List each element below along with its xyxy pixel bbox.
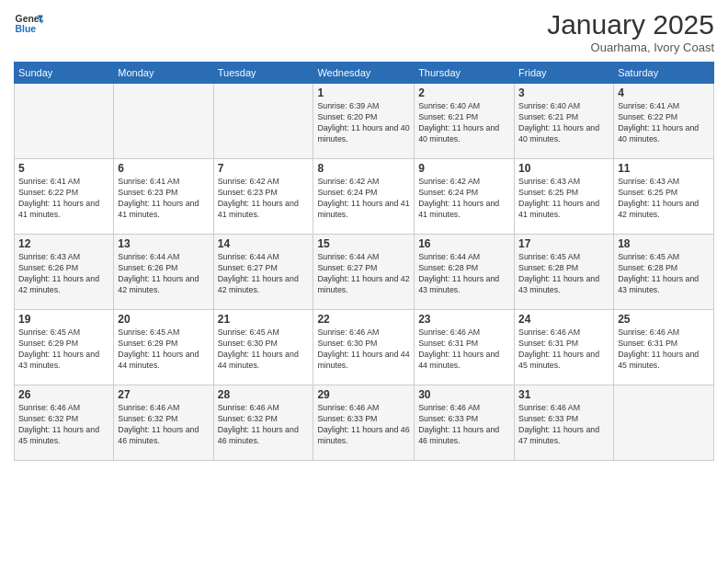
day-info: Sunrise: 6:42 AM Sunset: 6:24 PM Dayligh… xyxy=(317,177,410,221)
day-number: 6 xyxy=(118,162,209,175)
day-info: Sunrise: 6:44 AM Sunset: 6:27 PM Dayligh… xyxy=(218,252,310,296)
calendar-cell: 26Sunrise: 6:46 AM Sunset: 6:32 PM Dayli… xyxy=(15,385,114,461)
day-number: 20 xyxy=(118,313,209,326)
day-number: 26 xyxy=(18,388,109,401)
day-info: Sunrise: 6:41 AM Sunset: 6:22 PM Dayligh… xyxy=(618,101,710,145)
day-info: Sunrise: 6:40 AM Sunset: 6:21 PM Dayligh… xyxy=(518,101,609,145)
day-info: Sunrise: 6:46 AM Sunset: 6:33 PM Dayligh… xyxy=(418,403,510,447)
day-info: Sunrise: 6:43 AM Sunset: 6:25 PM Dayligh… xyxy=(518,177,609,221)
calendar-week-row: 5Sunrise: 6:41 AM Sunset: 6:22 PM Daylig… xyxy=(15,159,714,235)
day-info: Sunrise: 6:43 AM Sunset: 6:26 PM Dayligh… xyxy=(18,252,109,296)
day-number: 2 xyxy=(418,86,510,99)
calendar-cell: 9Sunrise: 6:42 AM Sunset: 6:24 PM Daylig… xyxy=(415,159,515,235)
calendar-cell xyxy=(614,385,714,461)
day-info: Sunrise: 6:46 AM Sunset: 6:32 PM Dayligh… xyxy=(218,403,310,447)
day-info: Sunrise: 6:44 AM Sunset: 6:27 PM Dayligh… xyxy=(317,252,410,296)
calendar-cell: 10Sunrise: 6:43 AM Sunset: 6:25 PM Dayli… xyxy=(515,159,614,235)
day-info: Sunrise: 6:46 AM Sunset: 6:31 PM Dayligh… xyxy=(518,327,609,372)
month-title: January 2025 xyxy=(547,9,714,40)
day-number: 25 xyxy=(618,313,710,326)
day-number: 11 xyxy=(618,162,710,175)
day-info: Sunrise: 6:46 AM Sunset: 6:33 PM Dayligh… xyxy=(317,403,410,447)
day-number: 29 xyxy=(317,388,410,401)
location: Ouarhama, Ivory Coast xyxy=(547,40,714,54)
calendar-cell: 20Sunrise: 6:45 AM Sunset: 6:29 PM Dayli… xyxy=(114,310,213,385)
day-info: Sunrise: 6:39 AM Sunset: 6:20 PM Dayligh… xyxy=(317,101,410,145)
calendar-cell: 25Sunrise: 6:46 AM Sunset: 6:31 PM Dayli… xyxy=(614,310,714,385)
calendar-cell: 1Sunrise: 6:39 AM Sunset: 6:20 PM Daylig… xyxy=(313,84,415,159)
col-tuesday: Tuesday xyxy=(213,63,313,84)
svg-text:Blue: Blue xyxy=(16,24,37,34)
calendar-cell: 18Sunrise: 6:45 AM Sunset: 6:28 PM Dayli… xyxy=(614,235,714,310)
calendar-cell: 30Sunrise: 6:46 AM Sunset: 6:33 PM Dayli… xyxy=(415,385,515,461)
calendar-header-row: Sunday Monday Tuesday Wednesday Thursday… xyxy=(15,63,714,84)
day-number: 22 xyxy=(317,313,410,326)
col-monday: Monday xyxy=(114,63,213,84)
day-info: Sunrise: 6:46 AM Sunset: 6:31 PM Dayligh… xyxy=(418,327,510,372)
day-info: Sunrise: 6:44 AM Sunset: 6:28 PM Dayligh… xyxy=(418,252,510,296)
day-info: Sunrise: 6:46 AM Sunset: 6:32 PM Dayligh… xyxy=(118,403,209,447)
col-friday: Friday xyxy=(515,63,614,84)
header: General Blue January 2025 Ouarhama, Ivor… xyxy=(14,9,714,54)
calendar-cell: 16Sunrise: 6:44 AM Sunset: 6:28 PM Dayli… xyxy=(415,235,515,310)
day-info: Sunrise: 6:45 AM Sunset: 6:28 PM Dayligh… xyxy=(518,252,609,296)
day-number: 18 xyxy=(618,237,710,250)
calendar-cell: 31Sunrise: 6:46 AM Sunset: 6:33 PM Dayli… xyxy=(515,385,614,461)
day-info: Sunrise: 6:45 AM Sunset: 6:29 PM Dayligh… xyxy=(18,327,109,372)
day-number: 30 xyxy=(418,388,510,401)
page: General Blue January 2025 Ouarhama, Ivor… xyxy=(0,0,728,563)
day-info: Sunrise: 6:40 AM Sunset: 6:21 PM Dayligh… xyxy=(418,101,510,145)
day-info: Sunrise: 6:46 AM Sunset: 6:32 PM Dayligh… xyxy=(18,403,109,447)
logo-icon: General Blue xyxy=(14,9,43,39)
calendar-cell: 19Sunrise: 6:45 AM Sunset: 6:29 PM Dayli… xyxy=(15,310,114,385)
calendar-cell: 23Sunrise: 6:46 AM Sunset: 6:31 PM Dayli… xyxy=(415,310,515,385)
calendar-cell: 22Sunrise: 6:46 AM Sunset: 6:30 PM Dayli… xyxy=(313,310,415,385)
calendar-cell: 2Sunrise: 6:40 AM Sunset: 6:21 PM Daylig… xyxy=(415,84,515,159)
calendar-cell: 17Sunrise: 6:45 AM Sunset: 6:28 PM Dayli… xyxy=(515,235,614,310)
col-sunday: Sunday xyxy=(15,63,114,84)
day-number: 10 xyxy=(518,162,609,175)
day-number: 27 xyxy=(118,388,209,401)
calendar-cell xyxy=(213,84,313,159)
day-number: 15 xyxy=(317,237,410,250)
calendar-cell: 3Sunrise: 6:40 AM Sunset: 6:21 PM Daylig… xyxy=(515,84,614,159)
day-number: 4 xyxy=(618,86,710,99)
day-number: 19 xyxy=(18,313,109,326)
col-saturday: Saturday xyxy=(614,63,714,84)
calendar-cell: 8Sunrise: 6:42 AM Sunset: 6:24 PM Daylig… xyxy=(313,159,415,235)
calendar-cell: 24Sunrise: 6:46 AM Sunset: 6:31 PM Dayli… xyxy=(515,310,614,385)
day-number: 24 xyxy=(518,313,609,326)
day-number: 3 xyxy=(518,86,609,99)
calendar-week-row: 1Sunrise: 6:39 AM Sunset: 6:20 PM Daylig… xyxy=(15,84,714,159)
day-number: 14 xyxy=(218,237,310,250)
calendar-cell: 29Sunrise: 6:46 AM Sunset: 6:33 PM Dayli… xyxy=(313,385,415,461)
day-number: 16 xyxy=(418,237,510,250)
day-info: Sunrise: 6:41 AM Sunset: 6:22 PM Dayligh… xyxy=(18,177,109,221)
day-info: Sunrise: 6:45 AM Sunset: 6:28 PM Dayligh… xyxy=(618,252,710,296)
day-number: 1 xyxy=(317,86,410,99)
logo: General Blue xyxy=(14,9,43,39)
calendar-cell: 13Sunrise: 6:44 AM Sunset: 6:26 PM Dayli… xyxy=(114,235,213,310)
calendar-week-row: 26Sunrise: 6:46 AM Sunset: 6:32 PM Dayli… xyxy=(15,385,714,461)
day-number: 5 xyxy=(18,162,109,175)
day-number: 12 xyxy=(18,237,109,250)
calendar-cell: 11Sunrise: 6:43 AM Sunset: 6:25 PM Dayli… xyxy=(614,159,714,235)
day-info: Sunrise: 6:46 AM Sunset: 6:33 PM Dayligh… xyxy=(518,403,609,447)
calendar-week-row: 19Sunrise: 6:45 AM Sunset: 6:29 PM Dayli… xyxy=(15,310,714,385)
calendar-table: Sunday Monday Tuesday Wednesday Thursday… xyxy=(14,62,714,461)
calendar-week-row: 12Sunrise: 6:43 AM Sunset: 6:26 PM Dayli… xyxy=(15,235,714,310)
col-wednesday: Wednesday xyxy=(313,63,415,84)
day-info: Sunrise: 6:45 AM Sunset: 6:30 PM Dayligh… xyxy=(218,327,310,372)
day-number: 13 xyxy=(118,237,209,250)
col-thursday: Thursday xyxy=(415,63,515,84)
day-info: Sunrise: 6:44 AM Sunset: 6:26 PM Dayligh… xyxy=(118,252,209,296)
day-info: Sunrise: 6:46 AM Sunset: 6:31 PM Dayligh… xyxy=(618,327,710,372)
day-info: Sunrise: 6:43 AM Sunset: 6:25 PM Dayligh… xyxy=(618,177,710,221)
day-number: 17 xyxy=(518,237,609,250)
day-info: Sunrise: 6:41 AM Sunset: 6:23 PM Dayligh… xyxy=(118,177,209,221)
calendar-cell: 6Sunrise: 6:41 AM Sunset: 6:23 PM Daylig… xyxy=(114,159,213,235)
day-number: 23 xyxy=(418,313,510,326)
day-number: 28 xyxy=(218,388,310,401)
day-number: 21 xyxy=(218,313,310,326)
day-info: Sunrise: 6:45 AM Sunset: 6:29 PM Dayligh… xyxy=(118,327,209,372)
